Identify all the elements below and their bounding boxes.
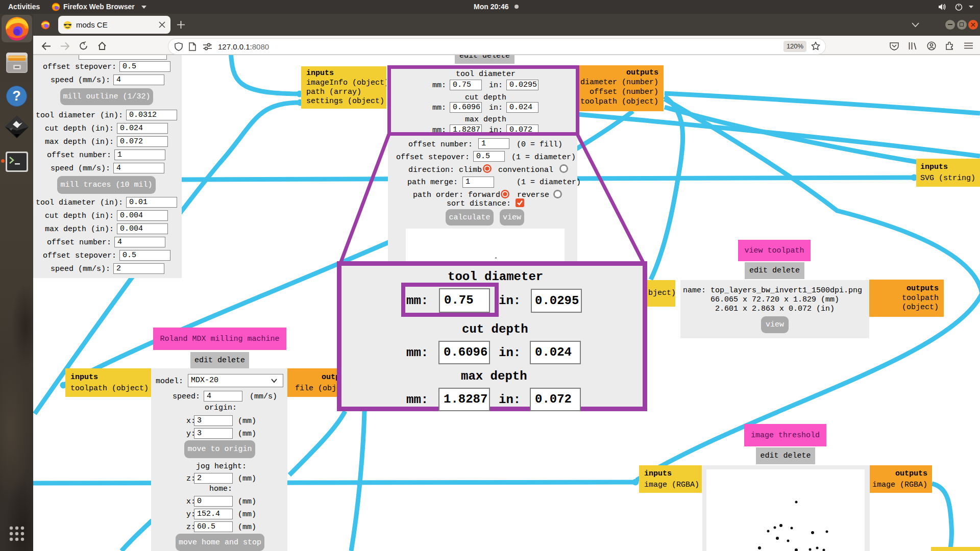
svg-text:?: ? [12,88,21,104]
